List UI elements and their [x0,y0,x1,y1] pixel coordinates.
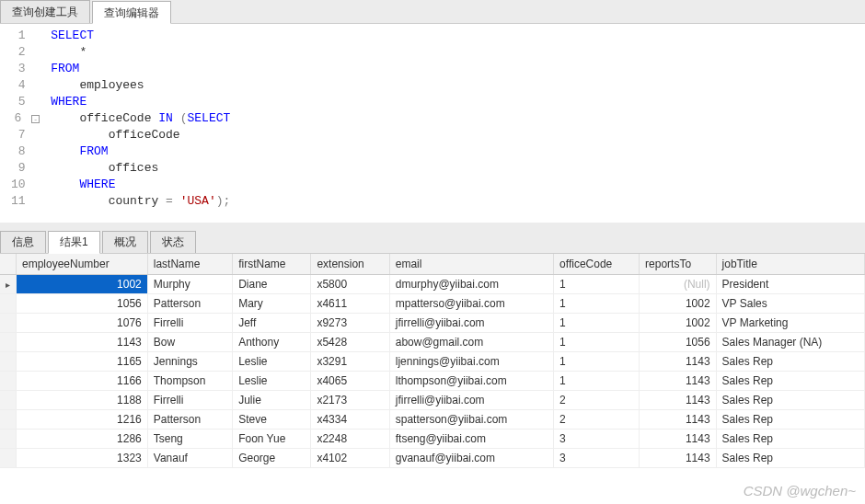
code-line[interactable]: SELECT [51,28,230,44]
cell[interactable]: 1 [554,314,640,333]
cell[interactable]: President [716,275,864,294]
cell[interactable]: Thompson [147,372,232,391]
sql-editor[interactable]: 1 2 3 4 5 6 -7 8 9 10 11 SELECT *FROM em… [0,24,865,232]
cell[interactable]: Foon Yue [233,430,311,449]
cell[interactable]: 1056 [640,333,717,352]
cell[interactable]: spatterson@yiibai.com [389,410,553,430]
cell[interactable]: 1165 [17,352,148,372]
cell[interactable]: Firrelli [147,391,232,410]
column-header[interactable]: reportsTo [640,254,717,275]
code-line[interactable]: * [51,44,230,61]
table-row[interactable]: 1166ThompsonLesliex4065lthompson@yiibai.… [0,372,865,391]
cell[interactable]: Anthony [233,333,311,352]
code-line[interactable]: officeCode IN (SELECT [51,110,230,127]
row-handle[interactable] [0,275,17,294]
cell[interactable]: 1143 [640,430,717,449]
result-tab[interactable]: 概况 [102,231,148,253]
cell[interactable]: 1076 [17,314,148,333]
row-handle[interactable] [0,372,17,391]
cell[interactable]: Bow [147,333,232,352]
cell[interactable]: 3 [554,430,640,449]
cell[interactable]: 2 [554,410,640,430]
cell[interactable]: Sales Rep [716,430,864,449]
row-handle[interactable] [0,333,17,352]
cell[interactable]: gvanauf@yiibai.com [389,449,553,468]
cell[interactable]: Jeff [233,314,311,333]
code-line[interactable]: WHERE [51,94,230,110]
cell[interactable]: VP Sales [716,294,864,314]
cell[interactable]: abow@gmail.com [389,333,553,352]
table-row[interactable]: 1323VanaufGeorgex4102gvanauf@yiibai.com3… [0,449,865,468]
cell[interactable]: George [233,449,311,468]
cell[interactable]: Murphy [147,275,232,294]
cell[interactable]: VP Marketing [716,314,864,333]
cell[interactable]: ftseng@yiibai.com [389,430,553,449]
cell[interactable]: Mary [233,294,311,314]
cell[interactable]: 1216 [17,410,148,430]
column-header[interactable]: employeeNumber [17,254,148,275]
cell[interactable]: Sales Rep [716,410,864,430]
cell[interactable]: 1166 [17,372,148,391]
cell[interactable]: Steve [233,410,311,430]
cell[interactable]: Tseng [147,430,232,449]
code-line[interactable]: officeCode [51,127,230,143]
code-line[interactable]: WHERE [51,177,230,193]
cell[interactable]: 1188 [17,391,148,410]
cell[interactable]: x5800 [311,275,389,294]
column-header[interactable]: officeCode [554,254,640,275]
cell[interactable]: Sales Rep [716,391,864,410]
cell[interactable]: 1 [554,372,640,391]
cell[interactable]: x4611 [311,294,389,314]
cell[interactable]: lthompson@yiibai.com [389,372,553,391]
cell[interactable]: 1056 [17,294,148,314]
cell[interactable]: 1002 [640,294,717,314]
result-tab[interactable]: 状态 [150,231,196,253]
column-header[interactable]: firstName [233,254,311,275]
column-header[interactable]: email [389,254,553,275]
cell[interactable]: Diane [233,275,311,294]
result-tab[interactable]: 结果1 [48,231,100,254]
cell[interactable]: 3 [554,449,640,468]
cell[interactable]: x4102 [311,449,389,468]
table-row[interactable]: 1002MurphyDianex5800dmurphy@yiibai.com1(… [0,275,865,294]
cell[interactable]: 1 [554,333,640,352]
cell[interactable]: mpatterso@yiibai.com [389,294,553,314]
cell[interactable]: Jennings [147,352,232,372]
results-table[interactable]: employeeNumberlastNamefirstNameextension… [0,254,865,468]
column-header[interactable]: lastName [147,254,232,275]
fold-icon[interactable]: - [31,115,40,123]
row-handle[interactable] [0,314,17,333]
table-row[interactable]: 1216PattersonStevex4334spatterson@yiibai… [0,410,865,430]
cell[interactable]: x2173 [311,391,389,410]
cell[interactable]: x4065 [311,372,389,391]
cell[interactable]: 1002 [17,275,148,294]
top-tab[interactable]: 查询编辑器 [92,1,171,24]
column-header[interactable]: extension [311,254,389,275]
cell[interactable]: 1323 [17,449,148,468]
cell[interactable]: Sales Rep [716,372,864,391]
result-tab[interactable]: 信息 [0,231,46,253]
cell[interactable]: ljennings@yiibai.com [389,352,553,372]
cell[interactable]: 1286 [17,430,148,449]
cell[interactable]: 1143 [640,449,717,468]
row-handle[interactable] [0,391,17,410]
cell[interactable]: Leslie [233,372,311,391]
table-row[interactable]: 1286TsengFoon Yuex2248ftseng@yiibai.com3… [0,430,865,449]
table-row[interactable]: 1165JenningsLesliex3291ljennings@yiibai.… [0,352,865,372]
cell[interactable]: dmurphy@yiibai.com [389,275,553,294]
row-handle[interactable] [0,449,17,468]
top-tab[interactable]: 查询创建工具 [0,0,90,23]
cell[interactable]: Patterson [147,410,232,430]
code-line[interactable]: employees [51,77,230,94]
cell[interactable]: x9273 [311,314,389,333]
cell[interactable]: Sales Rep [716,352,864,372]
cell[interactable]: x4334 [311,410,389,430]
cell[interactable]: jfirrelli@yiibai.com [389,314,553,333]
cell[interactable]: 1143 [17,333,148,352]
table-row[interactable]: 1076FirrelliJeffx9273jfirrelli@yiibai.co… [0,314,865,333]
row-handle[interactable] [0,294,17,314]
cell[interactable]: Leslie [233,352,311,372]
code-line[interactable]: FROM [51,143,230,160]
cell[interactable]: 1143 [640,391,717,410]
table-row[interactable]: 1056PattersonMaryx4611mpatterso@yiibai.c… [0,294,865,314]
